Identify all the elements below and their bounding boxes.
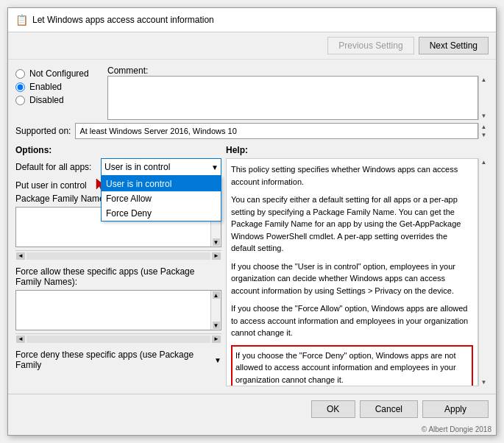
supported-scroll-up[interactable]: ▲ [481, 124, 487, 130]
pf-scroll-down[interactable]: ▼ [213, 238, 220, 246]
dialog-title: Let Windows apps access account informat… [32, 15, 214, 25]
disabled-label: Disabled [29, 95, 64, 105]
dropdown-menu: User is in control Force Allow Force Den… [101, 176, 221, 222]
fa-hscroll-right[interactable]: ► [212, 336, 221, 343]
next-setting-button[interactable]: Next Setting [419, 37, 489, 54]
supported-label: Supported on: [15, 126, 71, 136]
force-deny-label: Force deny these specific apps (use Pack… [15, 350, 214, 370]
comment-vscroll: ▲ ▼ [478, 76, 489, 120]
help-scroll-down[interactable]: ▼ [481, 379, 487, 386]
force-allow-vscroll: ▲ ▼ [210, 291, 221, 330]
help-panel: This policy setting specifies whether Wi… [226, 158, 478, 386]
supported-section: Supported on: At least Windows Server 20… [15, 123, 489, 139]
pf-hscroll-right[interactable]: ► [212, 252, 221, 260]
comment-label: Comment: [107, 64, 489, 76]
fa-hscroll: ◄ ► [15, 333, 221, 344]
copyright-text: © Albert Dongie 2018 [8, 424, 496, 435]
default-apps-select[interactable]: User is in control ▼ [101, 158, 221, 176]
force-deny-highlight-box: If you choose the "Force Deny" option, W… [231, 345, 473, 387]
cancel-button[interactable]: Cancel [360, 400, 418, 418]
help-scroll-up[interactable]: ▲ [481, 159, 487, 166]
fa-htrack [26, 336, 210, 343]
default-apps-label: Default for all apps: [15, 162, 96, 172]
fa-scroll-down[interactable]: ▼ [213, 322, 220, 329]
radio-section: Not Configured Enabled Disabled [15, 64, 100, 120]
ok-button[interactable]: OK [311, 400, 355, 418]
default-apps-row: Default for all apps: User is in control… [15, 158, 221, 176]
option-force-deny[interactable]: Force Deny [102, 206, 221, 221]
not-configured-row: Not Configured [15, 68, 100, 79]
dialog-window: 📋 Let Windows apps access account inform… [7, 7, 497, 436]
put-user-label: Put user in control [15, 180, 96, 191]
disabled-row: Disabled [15, 95, 100, 105]
title-icon: 📋 [15, 14, 28, 26]
select-arrow: ▼ [211, 163, 219, 171]
options-label: Options: [15, 145, 52, 155]
pf-hscroll-left[interactable]: ◄ [16, 252, 25, 260]
enabled-radio[interactable] [15, 82, 25, 92]
main-content: Not Configured Enabled Disabled Comment: [8, 60, 496, 391]
enabled-label: Enabled [29, 82, 62, 92]
help-para-2: You can specify either a default setting… [231, 194, 473, 255]
force-allow-textarea-container: ▲ ▼ [15, 290, 221, 330]
help-label: Help: [226, 145, 248, 155]
disabled-radio[interactable] [15, 96, 25, 105]
help-para-1: This policy setting specifies whether Wi… [231, 163, 473, 188]
option-force-allow[interactable]: Force Allow [102, 191, 221, 206]
force-deny-section: Force deny these specific apps (use Pack… [15, 350, 221, 370]
title-bar: 📋 Let Windows apps access account inform… [8, 8, 496, 32]
help-panel-wrapper: This policy setting specifies whether Wi… [226, 158, 489, 386]
options-header: Options: [15, 145, 221, 155]
force-allow-textarea[interactable] [16, 291, 210, 330]
panels-container: Default for all apps: User is in control… [15, 158, 489, 386]
help-header: Help: [226, 145, 489, 155]
enabled-row: Enabled [15, 82, 100, 92]
supported-vscroll: ▲ ▼ [478, 123, 489, 139]
help-para-3: If you choose the "User is in control" o… [231, 261, 473, 297]
not-configured-label: Not Configured [29, 68, 89, 79]
not-configured-radio[interactable] [15, 69, 25, 79]
options-panel: Default for all apps: User is in control… [15, 158, 221, 386]
supported-value: At least Windows Server 2016, Windows 10 [75, 123, 478, 139]
comment-scroll-up[interactable]: ▲ [481, 77, 487, 83]
top-buttons-row: Previous Setting Next Setting [8, 32, 496, 60]
pf-hscroll: ◄ ► [15, 250, 221, 261]
comment-scroll-down[interactable]: ▼ [481, 113, 487, 119]
fa-hscroll-left[interactable]: ◄ [16, 336, 25, 343]
pf-htrack [26, 252, 210, 260]
comment-textarea[interactable] [107, 76, 478, 120]
supported-scroll-down[interactable]: ▼ [481, 132, 487, 138]
apply-button[interactable]: Apply [422, 400, 489, 418]
option-user-control[interactable]: User is in control [102, 177, 221, 191]
default-apps-select-wrapper: User is in control ▼ User is in control … [101, 158, 221, 176]
previous-setting-button[interactable]: Previous Setting [327, 37, 414, 54]
force-deny-highlight-text: If you choose the "Force Deny" option, W… [235, 351, 456, 384]
bottom-buttons-row: OK Cancel Apply [8, 394, 496, 424]
force-deny-down-arrow: ▼ [214, 356, 221, 364]
help-vscroll: ▲ ▼ [478, 158, 489, 386]
force-allow-section: Force allow these specific apps (use Pac… [15, 266, 221, 287]
help-para-4: If you choose the "Force Allow" option, … [231, 302, 473, 339]
package-family-label: Package Family Name [15, 194, 104, 204]
force-allow-label: Force allow these specific apps (use Pac… [15, 266, 194, 287]
fa-scroll-up[interactable]: ▲ [213, 291, 220, 299]
comment-area: Comment: ▲ ▼ [107, 64, 489, 120]
selected-option-text: User is in control [104, 162, 170, 172]
